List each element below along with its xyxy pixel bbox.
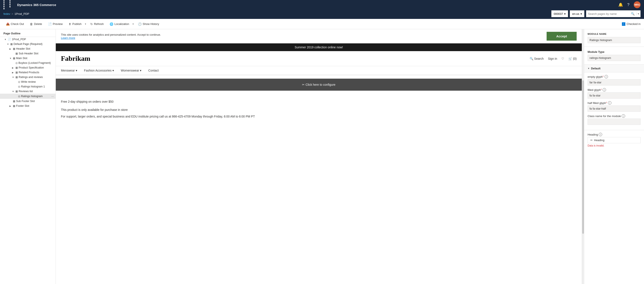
info-icon[interactable]: i: [608, 101, 612, 105]
accept-button[interactable]: Accept: [546, 32, 577, 41]
required-star: *: [601, 88, 602, 91]
sidebar-item-sub-footer-slot[interactable]: ▦ Sub Footer Slot: [0, 99, 56, 103]
sidebar-item-label: Ratings and reviews: [19, 76, 54, 79]
nav-item-contact[interactable]: Contact: [148, 69, 158, 72]
search-dropdown-button[interactable]: ▾: [636, 13, 640, 15]
publish-dropdown-arrow[interactable]: ▾: [84, 22, 87, 27]
refresh-button[interactable]: ↻ Refresh: [88, 21, 106, 27]
class-name-input[interactable]: [588, 119, 640, 125]
slot-icon: ▦: [16, 90, 18, 93]
nav-item-menswear[interactable]: Menswear ▾: [61, 69, 77, 72]
page-search-input[interactable]: [586, 11, 629, 17]
slot-icon: ▦: [16, 66, 18, 69]
nav-item-fashion[interactable]: Fashion Accessories ▾: [84, 69, 114, 72]
required-star: *: [606, 101, 607, 104]
sidebar-item-footer-slot[interactable]: ▶ ▦ Footer Slot: [0, 103, 56, 108]
required-star: *: [602, 75, 604, 78]
checkout-icon: 📤: [6, 22, 10, 26]
store-logo: Fabrikam: [61, 55, 530, 63]
app-grid-icon[interactable]: [4, 1, 14, 9]
half-filled-glyph-input[interactable]: [588, 105, 640, 112]
sidebar-item-ratings-histogram[interactable]: ◎ Ratings histogram ···: [0, 94, 56, 99]
breadcrumb-link[interactable]: fedev: [4, 12, 10, 16]
wishlist-icon[interactable]: ♡: [562, 57, 564, 60]
module-type-label: Module Type: [588, 50, 640, 54]
canvas-area: This site uses cookies for analytics and…: [56, 29, 584, 284]
sidebar-item-label: Related Products: [19, 71, 54, 74]
canvas-inner: This site uses cookies for analytics and…: [56, 29, 582, 284]
info-icon[interactable]: i: [604, 75, 608, 78]
sidebar-item-label: Reviews list: [19, 90, 54, 93]
sidebar-item-sub-header-slot[interactable]: ▦ Sub Header Slot: [0, 51, 56, 56]
localization-dropdown-arrow[interactable]: ▾: [132, 22, 134, 27]
nav-item-womenswear[interactable]: Womenswear ▾: [121, 69, 141, 72]
checkout-button[interactable]: 📤 Check Out: [4, 21, 26, 27]
sidebar-item-ratings-histogram-1[interactable]: ◎ Ratings histogram 1: [0, 84, 56, 89]
canvas-scrollbar[interactable]: [582, 29, 584, 284]
toggle-icon: ▶: [12, 67, 16, 69]
configure-placeholder[interactable]: ✂ Click here to configure: [56, 79, 582, 91]
more-options-button[interactable]: ···: [51, 94, 54, 98]
module-type-value: ratings-histogram: [588, 55, 640, 61]
heading-edit-button[interactable]: ✏ Heading: [588, 137, 640, 143]
heading-info-icon[interactable]: i: [599, 133, 602, 136]
breadcrumb-bar: fedev > 1Prod_PDP 000037 ▾ en-us ▾ 🔍 ▾: [0, 10, 644, 19]
localization-button[interactable]: 🌐 Localization: [107, 21, 132, 27]
product-info: Free 2-day shipping on orders over $50 T…: [56, 94, 582, 124]
sidebar-item-reviews-list[interactable]: ▼ ▦ Reviews list: [0, 89, 56, 94]
sidebar-item-label: Sub Header Slot: [19, 52, 54, 55]
slot-icon: ▦: [16, 71, 18, 74]
sidebar-item-label: Ratings histogram: [21, 95, 50, 98]
cart-icon[interactable]: 🛒 (0): [568, 57, 577, 60]
sidebar-item-buybox[interactable]: ◎ Buybox (Locked Fragment): [0, 61, 56, 65]
module-icon: ◎: [18, 95, 20, 98]
store-id-dropdown[interactable]: 000037 ▾: [551, 10, 568, 17]
locale-dropdown[interactable]: en-us ▾: [570, 10, 584, 17]
learn-more-link[interactable]: Learn more: [61, 36, 75, 40]
sidebar-item-write-review[interactable]: ◎ Write review: [0, 79, 56, 84]
module-name-input[interactable]: [588, 37, 640, 43]
sidebar-item-ratings-reviews[interactable]: ▼ ▦ Ratings and reviews: [0, 75, 56, 79]
sidebar-item-label: Default Page (Required): [14, 43, 54, 46]
sidebar-item-header-slot[interactable]: ▶ ▦ Header Slot: [0, 46, 56, 51]
sidebar-item-label: Sub Footer Slot: [16, 100, 54, 103]
filled-glyph-input[interactable]: [588, 92, 640, 99]
help-icon[interactable]: ?: [627, 3, 630, 7]
module-icon: ◎: [18, 80, 20, 83]
toggle-icon: ▶: [10, 48, 13, 50]
module-name-section: MODULE NAME: [584, 29, 644, 47]
search-button[interactable]: 🔍: [629, 12, 636, 16]
slot-icon: ▦: [16, 52, 18, 55]
bell-icon[interactable]: 🔔: [618, 2, 623, 7]
top-bar: Dynamics 365 Commerce 🔔 ? MRG: [0, 0, 644, 10]
empty-glyph-input[interactable]: [588, 79, 640, 85]
preview-button[interactable]: 📄 Preview: [46, 21, 65, 27]
store-navigation: Menswear ▾ Fashion Accessories ▾ Womensw…: [56, 66, 582, 75]
info-icon[interactable]: i: [622, 114, 625, 118]
sidebar-item-product-specification[interactable]: ▶ ▦ Product Specification: [0, 65, 56, 70]
toggle-icon: ▶: [12, 71, 16, 74]
publish-button[interactable]: ⬆ Publish: [66, 21, 84, 27]
sidebar-item-related-products[interactable]: ▶ ▦ Related Products: [0, 70, 56, 75]
chevron-down-icon: ▾: [76, 69, 77, 72]
delete-button[interactable]: 🗑 Delete: [27, 21, 44, 27]
default-collapse-header[interactable]: ▼ Default: [584, 65, 644, 72]
refresh-icon: ↻: [90, 22, 93, 26]
sidebar-item-label: Header Slot: [16, 47, 54, 50]
half-filled-glyph-field: half filled glyph * i: [588, 101, 640, 112]
right-panel: MODULE NAME Module Type ratings-histogra…: [584, 29, 644, 284]
info-icon[interactable]: i: [602, 88, 606, 91]
chevron-down-icon: ▾: [580, 12, 582, 16]
sidebar-item-default-page[interactable]: ▼ ▦ Default Page (Required): [0, 42, 56, 46]
user-avatar[interactable]: MRG: [634, 1, 640, 8]
toggle-icon: ▶: [10, 105, 13, 107]
slot-icon: ▦: [13, 57, 15, 60]
search-nav-link[interactable]: 🔍 Search: [530, 57, 544, 60]
heading-section: Heading i ✏ Heading Data is invalid.: [584, 130, 644, 150]
scrollbar-thumb[interactable]: [582, 80, 584, 234]
sidebar-item-main-slot[interactable]: ▼ ▦ Main Slot: [0, 56, 56, 61]
sidebar-item-1prod-pdp[interactable]: ▼ 📄 1Prod_PDP: [0, 37, 56, 42]
sign-in-link[interactable]: Sign in: [548, 57, 557, 60]
toggle-icon: ▼: [7, 43, 10, 45]
show-history-button[interactable]: 🕐 Show History: [135, 21, 162, 27]
